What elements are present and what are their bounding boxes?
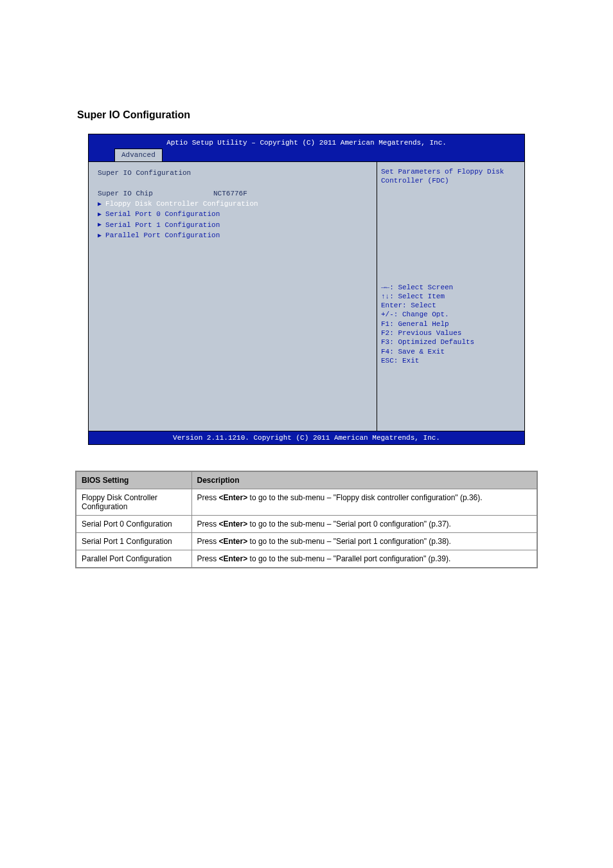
key-hint: ↑↓: Select Item bbox=[381, 292, 520, 301]
cell-desc: Press <Enter> to go to the sub-menu – "P… bbox=[191, 550, 537, 568]
key-hint: F2: Previous Values bbox=[381, 329, 520, 338]
key-hint: ESC: Exit bbox=[381, 356, 520, 365]
bios-tabs: Advanced bbox=[89, 149, 524, 161]
cell-desc: Press <Enter> to go to the sub-menu – "S… bbox=[191, 532, 537, 550]
key-hint: →←: Select Screen bbox=[381, 283, 520, 292]
bios-side-panel: Set Parameters of Floppy Disk Controller… bbox=[377, 162, 524, 431]
cell-setting: Floppy Disk Controller Configuration bbox=[76, 489, 191, 515]
side-keys: →←: Select Screen ↑↓: Select Item Enter:… bbox=[381, 283, 520, 426]
submenu-serial0[interactable]: ▶ Serial Port 0 Configuration bbox=[98, 210, 368, 219]
page-section-title: Super IO Configuration bbox=[77, 109, 613, 121]
bios-header: Aptio Setup Utility – Copyright (C) 2011… bbox=[89, 134, 524, 161]
submenu-label: Floppy Disk Controller Configuration bbox=[105, 199, 258, 208]
bios-body: Super IO Configuration Super IO Chip NCT… bbox=[89, 161, 524, 431]
table-row: Parallel Port Configuration Press <Enter… bbox=[76, 550, 537, 568]
key-hint: F1: General Help bbox=[381, 320, 520, 329]
key-hint: F3: Optimized Defaults bbox=[381, 338, 520, 347]
cell-setting: Serial Port 0 Configuration bbox=[76, 515, 191, 532]
th-setting: BIOS Setting bbox=[76, 471, 191, 489]
submenu-label: Serial Port 1 Configuration bbox=[105, 221, 220, 230]
bios-footer: Version 2.11.1210. Copyright (C) 2011 Am… bbox=[89, 431, 524, 444]
submenu-arrow-icon: ▶ bbox=[98, 221, 102, 229]
bios-header-title: Aptio Setup Utility – Copyright (C) 2011… bbox=[89, 137, 524, 149]
chip-row: Super IO Chip NCT6776F bbox=[98, 189, 368, 198]
chip-label: Super IO Chip bbox=[98, 189, 213, 198]
submenu-floppy[interactable]: ▶ Floppy Disk Controller Configuration bbox=[98, 199, 368, 208]
side-help-text: Set Parameters of Floppy Disk Controller… bbox=[381, 167, 520, 283]
doc-table: BIOS Setting Description Floppy Disk Con… bbox=[75, 471, 538, 568]
submenu-arrow-icon: ▶ bbox=[98, 210, 102, 219]
submenu-label: Parallel Port Configuration bbox=[105, 231, 220, 240]
cell-desc: Press <Enter> to go to the sub-menu – "S… bbox=[191, 515, 537, 532]
table-row: Floppy Disk Controller Configuration Pre… bbox=[76, 489, 537, 515]
bios-main-panel: Super IO Configuration Super IO Chip NCT… bbox=[89, 162, 377, 431]
key-hint: Enter: Select bbox=[381, 301, 520, 310]
cell-setting: Parallel Port Configuration bbox=[76, 550, 191, 568]
table-row: Serial Port 0 Configuration Press <Enter… bbox=[76, 515, 537, 532]
cell-desc: Press <Enter> to go to the sub-menu – "F… bbox=[191, 489, 537, 515]
submenu-label: Serial Port 0 Configuration bbox=[105, 210, 220, 219]
chip-value: NCT6776F bbox=[213, 189, 247, 198]
table-header-row: BIOS Setting Description bbox=[76, 471, 537, 489]
key-hint: +/-: Change Opt. bbox=[381, 310, 520, 319]
cell-setting: Serial Port 1 Configuration bbox=[76, 532, 191, 550]
submenu-arrow-icon: ▶ bbox=[98, 231, 102, 240]
key-hint: F4: Save & Exit bbox=[381, 347, 520, 356]
tab-advanced[interactable]: Advanced bbox=[114, 149, 163, 161]
submenu-arrow-icon: ▶ bbox=[98, 200, 102, 208]
table-row: Serial Port 1 Configuration Press <Enter… bbox=[76, 532, 537, 550]
submenu-parallel[interactable]: ▶ Parallel Port Configuration bbox=[98, 231, 368, 240]
submenu-serial1[interactable]: ▶ Serial Port 1 Configuration bbox=[98, 221, 368, 230]
bios-window: Aptio Setup Utility – Copyright (C) 2011… bbox=[88, 134, 525, 445]
th-desc: Description bbox=[191, 471, 537, 489]
main-title: Super IO Configuration bbox=[98, 168, 368, 177]
